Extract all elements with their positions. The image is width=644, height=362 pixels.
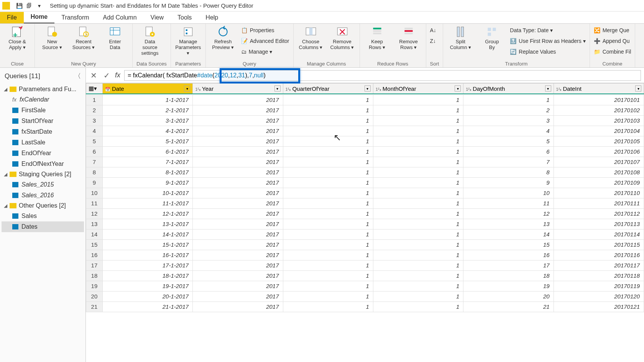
cell-dateint[interactable]: 20170108 bbox=[554, 167, 644, 177]
col-header-month[interactable]: 1²₃ MonthOfYear▾ bbox=[373, 84, 463, 94]
cell-month[interactable]: 1 bbox=[373, 157, 463, 167]
cell-day[interactable]: 13 bbox=[463, 219, 554, 229]
cell-day[interactable]: 14 bbox=[463, 229, 554, 239]
cell-dateint[interactable]: 20170106 bbox=[554, 146, 644, 157]
cell-quarter[interactable]: 1 bbox=[283, 229, 373, 239]
cell-dateint[interactable]: 20170118 bbox=[554, 270, 644, 281]
cell-date[interactable]: 4-1-2017 bbox=[102, 126, 192, 136]
cell-month[interactable]: 1 bbox=[373, 270, 463, 281]
row-number[interactable]: 16 bbox=[86, 250, 103, 260]
tree-item-sales[interactable]: Sales bbox=[2, 211, 84, 221]
filter-icon[interactable]: ▾ bbox=[635, 85, 641, 92]
tab-home[interactable]: Home bbox=[24, 11, 54, 23]
table-row[interactable]: 19 19-1-2017 2017 1 1 19 20170119 bbox=[86, 281, 644, 291]
table-row[interactable]: 4 4-1-2017 2017 1 1 4 20170104 bbox=[86, 126, 644, 136]
table-row[interactable]: 18 18-1-2017 2017 1 1 18 20170118 bbox=[86, 270, 644, 281]
cell-date[interactable]: 6-1-2017 bbox=[102, 146, 192, 157]
cell-day[interactable]: 11 bbox=[463, 198, 554, 208]
tree-group-staging[interactable]: ◢Staging Queries [2] bbox=[2, 169, 84, 179]
table-row[interactable]: 20 20-1-2017 2017 1 1 20 20170120 bbox=[86, 291, 644, 301]
cell-quarter[interactable]: 1 bbox=[283, 146, 373, 157]
save-icon[interactable]: 💾 bbox=[15, 2, 23, 10]
qat-customize-icon[interactable]: ▾ bbox=[35, 2, 43, 10]
row-number[interactable]: 12 bbox=[86, 208, 103, 219]
data-source-settings-button[interactable]: Data source settings bbox=[136, 25, 163, 56]
filter-icon[interactable]: ▾ bbox=[365, 85, 371, 92]
cell-quarter[interactable]: 1 bbox=[283, 208, 373, 219]
cell-year[interactable]: 2017 bbox=[193, 167, 283, 177]
cell-day[interactable]: 7 bbox=[463, 157, 554, 167]
cell-quarter[interactable]: 1 bbox=[283, 250, 373, 260]
cell-year[interactable]: 2017 bbox=[193, 208, 283, 219]
cell-date[interactable]: 5-1-2017 bbox=[102, 136, 192, 146]
cell-day[interactable]: 5 bbox=[463, 136, 554, 146]
manage-parameters-button[interactable]: Manage Parameters ▾ bbox=[175, 25, 202, 56]
cell-day[interactable]: 16 bbox=[463, 250, 554, 260]
table-row[interactable]: 9 9-1-2017 2017 1 1 9 20170109 bbox=[86, 177, 644, 188]
cell-month[interactable]: 1 bbox=[373, 301, 463, 312]
cancel-formula-button[interactable]: ✕ bbox=[89, 71, 98, 80]
cell-date[interactable]: 19-1-2017 bbox=[102, 281, 192, 291]
cell-year[interactable]: 2017 bbox=[193, 229, 283, 239]
cell-day[interactable]: 2 bbox=[463, 105, 554, 115]
cell-dateint[interactable]: 20170102 bbox=[554, 105, 644, 115]
cell-dateint[interactable]: 20170113 bbox=[554, 219, 644, 229]
table-row[interactable]: 13 13-1-2017 2017 1 1 13 20170113 bbox=[86, 219, 644, 229]
append-queries-button[interactable]: ➕Append Qu bbox=[594, 36, 631, 46]
cell-day[interactable]: 19 bbox=[463, 281, 554, 291]
cell-date[interactable]: 16-1-2017 bbox=[102, 250, 192, 260]
cell-month[interactable]: 1 bbox=[373, 115, 463, 126]
cell-quarter[interactable]: 1 bbox=[283, 291, 373, 301]
tab-help[interactable]: Help bbox=[199, 12, 225, 23]
cell-quarter[interactable]: 1 bbox=[283, 260, 373, 270]
cell-day[interactable]: 10 bbox=[463, 188, 554, 198]
cell-month[interactable]: 1 bbox=[373, 281, 463, 291]
col-header-day[interactable]: 1²₃ DayOfMonth▾ bbox=[463, 84, 554, 94]
data-type-button[interactable]: Data Type: Date ▾ bbox=[510, 25, 585, 35]
cell-quarter[interactable]: 1 bbox=[283, 126, 373, 136]
cell-dateint[interactable]: 20170105 bbox=[554, 136, 644, 146]
row-number[interactable]: 14 bbox=[86, 229, 103, 239]
cell-year[interactable]: 2017 bbox=[193, 198, 283, 208]
table-row[interactable]: 2 2-1-2017 2017 1 1 2 20170102 bbox=[86, 105, 644, 115]
tree-item-firstsale[interactable]: FirstSale bbox=[2, 105, 84, 116]
data-grid[interactable]: ▦▾ 📅 Date▾ 1²₃ Year▾ 1²₃ QuarterOfYear▾ … bbox=[86, 83, 644, 362]
merge-queries-button[interactable]: 🔀Merge Que bbox=[594, 25, 631, 35]
cell-year[interactable]: 2017 bbox=[193, 177, 283, 188]
cell-dateint[interactable]: 20170121 bbox=[554, 301, 644, 312]
cell-year[interactable]: 2017 bbox=[193, 136, 283, 146]
cell-dateint[interactable]: 20170119 bbox=[554, 281, 644, 291]
cell-month[interactable]: 1 bbox=[373, 188, 463, 198]
cell-year[interactable]: 2017 bbox=[193, 115, 283, 126]
table-row[interactable]: 15 15-1-2017 2017 1 1 15 20170115 bbox=[86, 239, 644, 250]
row-number[interactable]: 8 bbox=[86, 167, 103, 177]
cell-quarter[interactable]: 1 bbox=[283, 219, 373, 229]
cell-month[interactable]: 1 bbox=[373, 260, 463, 270]
cell-year[interactable]: 2017 bbox=[193, 105, 283, 115]
cell-year[interactable]: 2017 bbox=[193, 188, 283, 198]
cell-dateint[interactable]: 20170120 bbox=[554, 291, 644, 301]
row-number[interactable]: 3 bbox=[86, 115, 103, 126]
table-row[interactable]: 1 1-1-2017 2017 1 1 1 20170101 bbox=[86, 95, 644, 105]
cell-month[interactable]: 1 bbox=[373, 136, 463, 146]
filter-icon[interactable]: ▾ bbox=[545, 85, 551, 92]
cell-year[interactable]: 2017 bbox=[193, 219, 283, 229]
cell-quarter[interactable]: 1 bbox=[283, 115, 373, 126]
table-row[interactable]: 7 7-1-2017 2017 1 1 7 20170107 bbox=[86, 157, 644, 167]
cell-dateint[interactable]: 20170111 bbox=[554, 198, 644, 208]
col-header-dateint[interactable]: 1²₃ DateInt▾ bbox=[554, 84, 644, 94]
row-number[interactable]: 1 bbox=[86, 95, 103, 105]
tree-item-dates[interactable]: Dates bbox=[2, 221, 84, 232]
cell-date[interactable]: 10-1-2017 bbox=[102, 188, 192, 198]
cell-dateint[interactable]: 20170112 bbox=[554, 208, 644, 219]
tree-item-sales2015[interactable]: Sales_2015 bbox=[2, 179, 84, 190]
cell-date[interactable]: 9-1-2017 bbox=[102, 177, 192, 188]
cell-day[interactable]: 4 bbox=[463, 126, 554, 136]
cell-year[interactable]: 2017 bbox=[193, 146, 283, 157]
row-number[interactable]: 9 bbox=[86, 177, 103, 188]
table-row[interactable]: 5 5-1-2017 2017 1 1 5 20170105 bbox=[86, 136, 644, 146]
cell-dateint[interactable]: 20170104 bbox=[554, 126, 644, 136]
tree-item-sales2016[interactable]: Sales_2016 bbox=[2, 190, 84, 201]
cell-year[interactable]: 2017 bbox=[193, 239, 283, 250]
cell-quarter[interactable]: 1 bbox=[283, 281, 373, 291]
